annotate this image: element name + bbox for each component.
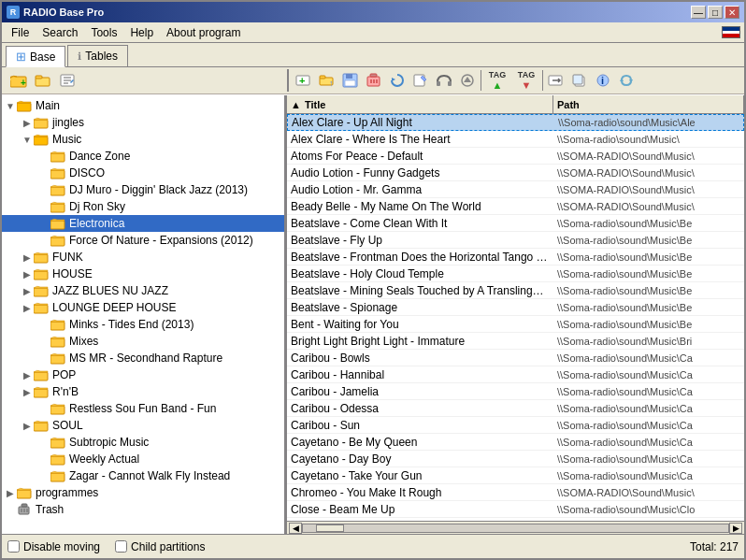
tab-tables[interactable]: ℹ Tables: [67, 45, 128, 66]
tb-export-button[interactable]: [545, 69, 567, 92]
tb-headphones-button[interactable]: [433, 69, 455, 92]
list-row[interactable]: Beatslave - Frontman Does the Horizontal…: [287, 249, 744, 266]
tb-save-button[interactable]: [339, 69, 362, 92]
tree-item-dj-muro[interactable]: DJ Muro - Diggin' Black Jazz (2013): [2, 181, 284, 198]
tb-sync-button[interactable]: [615, 69, 638, 92]
col-header-path[interactable]: Path: [553, 95, 744, 113]
tree-expander[interactable]: ▶: [21, 301, 34, 314]
menu-tools[interactable]: Tools: [85, 24, 122, 41]
tree-item-force-of-nature[interactable]: Force Of Nature - Expansions (2012): [2, 232, 284, 249]
list-row[interactable]: Caribou - Odessa\\Soma-radio\sound\Music…: [287, 400, 744, 417]
list-row[interactable]: Beatslave - Come Clean With It\\Soma-rad…: [287, 215, 744, 232]
tb-tag-up-button[interactable]: TAG ▲: [483, 69, 511, 92]
tree-item-funk[interactable]: ▶FUNK: [2, 249, 284, 266]
tree-item-rnb[interactable]: ▶R'n'B: [2, 383, 284, 400]
tab-base[interactable]: ⊞ Base: [6, 46, 65, 67]
list-row[interactable]: Beady Belle - My Name On The World\\SOMA…: [287, 198, 744, 215]
tb-info-button[interactable]: i: [592, 69, 614, 92]
menu-help[interactable]: Help: [124, 24, 159, 41]
list-row[interactable]: Beatslave - Holy Cloud Temple\\Soma-radi…: [287, 266, 744, 282]
menu-about[interactable]: About program: [161, 24, 246, 41]
list-row[interactable]: Cayetano - Be My Queen\\Soma-radio\sound…: [287, 434, 744, 451]
tree-item-subtropic[interactable]: Subtropic Music: [2, 434, 284, 451]
tree-expander[interactable]: ▶: [21, 368, 34, 381]
scroll-right-button[interactable]: ▶: [729, 523, 742, 534]
menu-search[interactable]: Search: [36, 24, 83, 41]
list-row[interactable]: Alex Clare - Where Is The Heart\\Soma-ra…: [287, 131, 744, 148]
list-row[interactable]: Caribou - Jamelia\\Soma-radio\sound\Musi…: [287, 383, 744, 400]
folder-icon: [50, 452, 65, 467]
child-partitions-label[interactable]: Child partitions: [115, 540, 205, 553]
tree-item-dance-zone[interactable]: Dance Zone: [2, 148, 284, 165]
tb-open-button[interactable]: ↑: [316, 69, 338, 92]
tree-expander[interactable]: ▼: [4, 99, 17, 112]
tree-item-dj-ron-sky[interactable]: Dj Ron Sky: [2, 198, 284, 215]
tree-expander[interactable]: ▶: [21, 116, 34, 129]
menu-file[interactable]: File: [6, 24, 35, 41]
list-row[interactable]: Audio Lotion - Funny Gadgets\\SOMA-RADIO…: [287, 165, 744, 181]
tree-item-trash[interactable]: Trash: [2, 501, 284, 518]
tb-copy-button[interactable]: [568, 69, 591, 92]
tree-expander[interactable]: ▶: [21, 385, 34, 398]
child-partitions-checkbox[interactable]: [115, 540, 127, 553]
tb-add-button[interactable]: +: [293, 69, 315, 92]
edit-button[interactable]: [56, 69, 79, 92]
list-row[interactable]: Caribou - Hannibal\\Soma-radio\sound\Mus…: [287, 366, 744, 383]
tree-item-programmes[interactable]: ▶programmes: [2, 484, 284, 501]
new-folder-button[interactable]: +: [7, 69, 30, 92]
tree-item-restless[interactable]: Restless Sou Fun Band - Fun: [2, 400, 284, 417]
open-folder-button[interactable]: [32, 69, 54, 92]
disable-moving-checkbox[interactable]: [7, 540, 20, 553]
list-cell-path: \\SOMA-RADIO\Sound\Music\: [553, 151, 744, 162]
list-row[interactable]: Bent - Waiting for You\\Soma-radio\sound…: [287, 316, 744, 333]
tree-item-ms-mr[interactable]: MS MR - Secondhand Rapture: [2, 350, 284, 366]
tb-arrow-button[interactable]: [456, 69, 479, 92]
close-button[interactable]: ✕: [724, 6, 739, 19]
tree-item-soul[interactable]: ▶SOUL: [2, 417, 284, 434]
tree-expander[interactable]: ▶: [21, 267, 34, 280]
list-row[interactable]: Cayetano - Day Boy\\Soma-radio\sound\Mus…: [287, 451, 744, 467]
tree-expander[interactable]: ▼: [21, 133, 34, 146]
tree-item-pop[interactable]: ▶POP: [2, 366, 284, 383]
scroll-track[interactable]: [302, 524, 729, 533]
list-row[interactable]: Alex Clare - Up All Night\\Soma-radio\so…: [287, 114, 744, 131]
list-row[interactable]: Caribou - Sun\\Soma-radio\sound\Music\Ca: [287, 417, 744, 434]
col-header-title[interactable]: ▲ Title: [287, 95, 553, 113]
list-row[interactable]: Atoms For Peace - Default\\SOMA-RADIO\So…: [287, 148, 744, 165]
tb-tag-down-button[interactable]: TAG ▼: [512, 69, 540, 92]
tree-item-weekly[interactable]: Weekly Actual: [2, 451, 284, 467]
tree-item-minks[interactable]: Minks - Tides End (2013): [2, 316, 284, 333]
tree-item-jazz-blues[interactable]: ▶JAZZ BLUES NU JAZZ: [2, 282, 284, 299]
scroll-left-button[interactable]: ◀: [289, 523, 302, 534]
list-row[interactable]: Beatslave - Mining Seals Touched by A Tr…: [287, 282, 744, 299]
list-row[interactable]: Beatslave - Spionage\\Soma-radio\sound\M…: [287, 299, 744, 316]
tree-item-house[interactable]: ▶HOUSE: [2, 266, 284, 282]
horizontal-scrollbar[interactable]: ◀ ▶: [287, 521, 744, 534]
tree-item-main[interactable]: ▼Main: [2, 97, 284, 114]
list-row[interactable]: Cayetano - Take Your Gun\\Soma-radio\sou…: [287, 467, 744, 484]
tree-item-lounge[interactable]: ▶LOUNGE DEEP HOUSE: [2, 299, 284, 316]
tree-expander[interactable]: ▶: [21, 419, 34, 432]
list-row[interactable]: Audio Lotion - Mr. Gamma\\SOMA-RADIO\Sou…: [287, 181, 744, 198]
tree-item-mixes[interactable]: Mixes: [2, 333, 284, 350]
tree-expander[interactable]: ▶: [21, 251, 34, 264]
disable-moving-label[interactable]: Disable moving: [7, 540, 100, 553]
list-row[interactable]: Bright Light Bright Light - Immature\\So…: [287, 333, 744, 350]
tree-item-jingles[interactable]: ▶jingles: [2, 114, 284, 131]
list-row[interactable]: Beatslave - Fly Up\\Soma-radio\sound\Mus…: [287, 232, 744, 249]
minimize-button[interactable]: —: [691, 6, 706, 19]
maximize-button[interactable]: □: [708, 6, 723, 19]
tree-expander[interactable]: ▶: [21, 284, 34, 297]
list-row[interactable]: Caribou - Bowls\\Soma-radio\sound\Music\…: [287, 350, 744, 366]
tree-item-zagar[interactable]: Zagar - Cannot Walk Fly Instead: [2, 467, 284, 484]
list-row[interactable]: Chromeo - You Make It Rough\\SOMA-RADIO\…: [287, 484, 744, 501]
tree-item-electronica[interactable]: Electronica: [2, 215, 284, 232]
scroll-thumb[interactable]: [316, 524, 344, 532]
tb-delete-button[interactable]: [363, 69, 385, 92]
list-row[interactable]: Close - Beam Me Up\\Soma-radio\sound\Mus…: [287, 501, 744, 518]
tree-item-music[interactable]: ▼Music: [2, 131, 284, 148]
tree-expander[interactable]: ▶: [4, 486, 17, 499]
tb-edit-button[interactable]: [409, 69, 432, 92]
tree-item-disco[interactable]: DISCO: [2, 165, 284, 181]
tb-refresh-button[interactable]: [386, 69, 409, 92]
